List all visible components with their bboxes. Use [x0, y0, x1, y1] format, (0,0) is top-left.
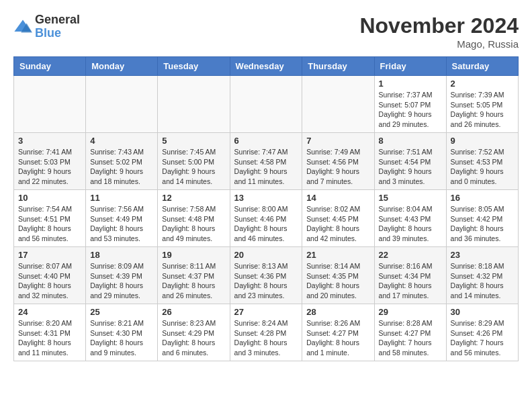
- day-cell: 10Sunrise: 7:54 AM Sunset: 4:51 PM Dayli…: [14, 190, 86, 247]
- day-cell: 18Sunrise: 8:09 AM Sunset: 4:39 PM Dayli…: [86, 247, 158, 304]
- weekday-header: Sunday: [14, 57, 86, 76]
- day-number: 17: [18, 250, 81, 260]
- location: Mago, Russia: [359, 38, 519, 50]
- day-cell: 30Sunrise: 8:29 AM Sunset: 4:26 PM Dayli…: [446, 304, 518, 361]
- day-cell: 3Sunrise: 7:41 AM Sunset: 5:03 PM Daylig…: [14, 133, 86, 190]
- day-info: Sunrise: 7:39 AM Sunset: 5:05 PM Dayligh…: [451, 90, 514, 130]
- logo-general: General: [35, 13, 80, 27]
- day-info: Sunrise: 7:47 AM Sunset: 4:58 PM Dayligh…: [234, 147, 298, 187]
- day-number: 29: [379, 307, 442, 317]
- day-info: Sunrise: 7:41 AM Sunset: 5:03 PM Dayligh…: [18, 147, 81, 187]
- day-cell: 9Sunrise: 7:52 AM Sunset: 4:53 PM Daylig…: [446, 133, 518, 190]
- day-number: 28: [306, 307, 369, 317]
- day-info: Sunrise: 8:11 AM Sunset: 4:37 PM Dayligh…: [162, 261, 225, 301]
- day-cell: 1Sunrise: 7:37 AM Sunset: 5:07 PM Daylig…: [374, 76, 446, 133]
- day-number: 13: [234, 193, 298, 203]
- week-row: 3Sunrise: 7:41 AM Sunset: 5:03 PM Daylig…: [14, 133, 519, 190]
- day-info: Sunrise: 7:56 AM Sunset: 4:49 PM Dayligh…: [90, 204, 153, 244]
- day-info: Sunrise: 8:23 AM Sunset: 4:29 PM Dayligh…: [162, 318, 225, 358]
- day-info: Sunrise: 8:24 AM Sunset: 4:28 PM Dayligh…: [234, 318, 298, 358]
- day-cell: 5Sunrise: 7:45 AM Sunset: 5:00 PM Daylig…: [158, 133, 230, 190]
- day-cell: 11Sunrise: 7:56 AM Sunset: 4:49 PM Dayli…: [86, 190, 158, 247]
- day-number: 10: [18, 193, 81, 203]
- logo-text: General Blue: [35, 13, 80, 40]
- day-info: Sunrise: 8:07 AM Sunset: 4:40 PM Dayligh…: [18, 261, 81, 301]
- week-row: 10Sunrise: 7:54 AM Sunset: 4:51 PM Dayli…: [14, 190, 519, 247]
- day-info: Sunrise: 8:05 AM Sunset: 4:42 PM Dayligh…: [451, 204, 514, 244]
- day-number: 12: [162, 193, 225, 203]
- day-cell: 29Sunrise: 8:28 AM Sunset: 4:27 PM Dayli…: [374, 304, 446, 361]
- day-info: Sunrise: 7:52 AM Sunset: 4:53 PM Dayligh…: [451, 147, 514, 187]
- day-cell: 24Sunrise: 8:20 AM Sunset: 4:31 PM Dayli…: [14, 304, 86, 361]
- day-cell: 4Sunrise: 7:43 AM Sunset: 5:02 PM Daylig…: [86, 133, 158, 190]
- day-number: 19: [162, 250, 225, 260]
- weekday-header: Tuesday: [158, 57, 230, 76]
- day-cell: 28Sunrise: 8:26 AM Sunset: 4:27 PM Dayli…: [302, 304, 374, 361]
- day-info: Sunrise: 8:26 AM Sunset: 4:27 PM Dayligh…: [306, 318, 369, 358]
- day-info: Sunrise: 8:00 AM Sunset: 4:46 PM Dayligh…: [234, 204, 298, 244]
- day-info: Sunrise: 7:45 AM Sunset: 5:00 PM Dayligh…: [162, 147, 225, 187]
- day-number: 27: [234, 307, 298, 317]
- day-cell: [14, 76, 86, 133]
- day-info: Sunrise: 8:29 AM Sunset: 4:26 PM Dayligh…: [451, 318, 514, 358]
- day-number: 24: [18, 307, 81, 317]
- day-info: Sunrise: 8:20 AM Sunset: 4:31 PM Dayligh…: [18, 318, 81, 358]
- weekday-header: Saturday: [446, 57, 518, 76]
- weekday-header: Monday: [86, 57, 158, 76]
- day-cell: 2Sunrise: 7:39 AM Sunset: 5:05 PM Daylig…: [446, 76, 518, 133]
- day-cell: 12Sunrise: 7:58 AM Sunset: 4:48 PM Dayli…: [158, 190, 230, 247]
- day-number: 8: [379, 136, 442, 146]
- day-cell: 23Sunrise: 8:18 AM Sunset: 4:32 PM Dayli…: [446, 247, 518, 304]
- title-area: November 2024 Mago, Russia: [359, 13, 519, 50]
- day-number: 26: [162, 307, 225, 317]
- week-row: 17Sunrise: 8:07 AM Sunset: 4:40 PM Dayli…: [14, 247, 519, 304]
- day-cell: 25Sunrise: 8:21 AM Sunset: 4:30 PM Dayli…: [86, 304, 158, 361]
- day-cell: 20Sunrise: 8:13 AM Sunset: 4:36 PM Dayli…: [230, 247, 302, 304]
- day-number: 21: [306, 250, 369, 260]
- day-info: Sunrise: 7:49 AM Sunset: 4:56 PM Dayligh…: [306, 147, 369, 187]
- day-number: 4: [90, 136, 153, 146]
- logo: General Blue: [13, 13, 80, 40]
- weekday-header: Friday: [374, 57, 446, 76]
- day-cell: [86, 76, 158, 133]
- day-number: 1: [379, 79, 442, 89]
- day-cell: 16Sunrise: 8:05 AM Sunset: 4:42 PM Dayli…: [446, 190, 518, 247]
- day-number: 7: [306, 136, 369, 146]
- day-info: Sunrise: 8:09 AM Sunset: 4:39 PM Dayligh…: [90, 261, 153, 301]
- day-cell: 19Sunrise: 8:11 AM Sunset: 4:37 PM Dayli…: [158, 247, 230, 304]
- day-info: Sunrise: 7:51 AM Sunset: 4:54 PM Dayligh…: [379, 147, 442, 187]
- day-cell: [230, 76, 302, 133]
- day-number: 14: [306, 193, 369, 203]
- weekday-header: Wednesday: [230, 57, 302, 76]
- day-info: Sunrise: 8:18 AM Sunset: 4:32 PM Dayligh…: [451, 261, 514, 301]
- header: General Blue November 2024 Mago, Russia: [13, 13, 519, 50]
- day-number: 23: [451, 250, 514, 260]
- day-number: 18: [90, 250, 153, 260]
- day-cell: [158, 76, 230, 133]
- day-cell: 27Sunrise: 8:24 AM Sunset: 4:28 PM Dayli…: [230, 304, 302, 361]
- day-cell: 8Sunrise: 7:51 AM Sunset: 4:54 PM Daylig…: [374, 133, 446, 190]
- logo-icon: [13, 17, 32, 36]
- day-cell: 14Sunrise: 8:02 AM Sunset: 4:45 PM Dayli…: [302, 190, 374, 247]
- day-number: 22: [379, 250, 442, 260]
- day-cell: 22Sunrise: 8:16 AM Sunset: 4:34 PM Dayli…: [374, 247, 446, 304]
- day-info: Sunrise: 7:43 AM Sunset: 5:02 PM Dayligh…: [90, 147, 153, 187]
- day-number: 6: [234, 136, 298, 146]
- day-number: 15: [379, 193, 442, 203]
- day-info: Sunrise: 7:58 AM Sunset: 4:48 PM Dayligh…: [162, 204, 225, 244]
- day-info: Sunrise: 8:14 AM Sunset: 4:35 PM Dayligh…: [306, 261, 369, 301]
- day-cell: 26Sunrise: 8:23 AM Sunset: 4:29 PM Dayli…: [158, 304, 230, 361]
- day-number: 30: [451, 307, 514, 317]
- weekday-header-row: SundayMondayTuesdayWednesdayThursdayFrid…: [14, 57, 519, 76]
- day-cell: 13Sunrise: 8:00 AM Sunset: 4:46 PM Dayli…: [230, 190, 302, 247]
- day-cell: 21Sunrise: 8:14 AM Sunset: 4:35 PM Dayli…: [302, 247, 374, 304]
- day-number: 2: [451, 79, 514, 89]
- day-info: Sunrise: 7:54 AM Sunset: 4:51 PM Dayligh…: [18, 204, 81, 244]
- day-cell: 6Sunrise: 7:47 AM Sunset: 4:58 PM Daylig…: [230, 133, 302, 190]
- day-number: 25: [90, 307, 153, 317]
- week-row: 1Sunrise: 7:37 AM Sunset: 5:07 PM Daylig…: [14, 76, 519, 133]
- calendar: SundayMondayTuesdayWednesdayThursdayFrid…: [13, 56, 519, 361]
- day-info: Sunrise: 8:13 AM Sunset: 4:36 PM Dayligh…: [234, 261, 298, 301]
- week-row: 24Sunrise: 8:20 AM Sunset: 4:31 PM Dayli…: [14, 304, 519, 361]
- day-cell: 7Sunrise: 7:49 AM Sunset: 4:56 PM Daylig…: [302, 133, 374, 190]
